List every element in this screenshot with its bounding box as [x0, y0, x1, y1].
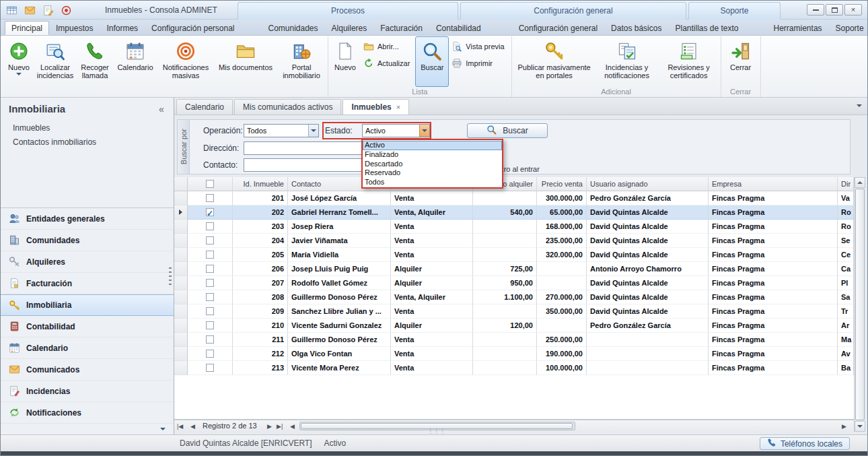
ribbon-tab-configuracion-general[interactable]: Configuración general [512, 21, 604, 35]
column-header-venta[interactable]: Precio venta [537, 177, 587, 191]
row-checkbox[interactable] [206, 335, 214, 344]
row-checkbox-cell[interactable] [188, 191, 233, 205]
row-checkbox[interactable] [206, 350, 214, 358]
first-record-button[interactable]: |◀ [177, 422, 183, 430]
collapse-sidebar-button[interactable]: « [155, 104, 168, 115]
table-row[interactable]: 204Javier ViñamataVenta235.000,00David Q… [174, 234, 854, 248]
column-header-usuario[interactable]: Usuario asignado [587, 177, 709, 191]
tab-inmuebles[interactable]: Inmuebles× [342, 99, 409, 115]
row-checkbox[interactable] [206, 222, 214, 230]
table-row[interactable]: 202Gabriel Herranz Tomell...Venta, Alqui… [174, 205, 854, 220]
scroll-left-button[interactable]: ◀ [290, 422, 295, 430]
row-checkbox-cell[interactable] [188, 248, 233, 262]
search-button[interactable]: Buscar [467, 123, 548, 138]
row-checkbox-cell[interactable] [188, 361, 233, 375]
scroll-up-button[interactable] [855, 177, 865, 188]
calendario-button[interactable]: Calendario [114, 36, 157, 87]
sidebar-item-incidencias[interactable]: Incidencias [1, 381, 174, 402]
column-header-id[interactable]: Id. Inmueble [233, 177, 288, 191]
close-button[interactable]: × [844, 4, 862, 15]
select-all-checkbox[interactable] [206, 180, 214, 188]
row-checkbox-cell[interactable] [188, 347, 233, 361]
ribbon-tab-contabilidad[interactable]: Contabilidad [429, 21, 488, 35]
datasheet-button[interactable] [5, 3, 18, 17]
incidencias-y-notificaciones-button[interactable]: Incidencias y notificaciones [595, 36, 659, 87]
table-row[interactable]: 203Josep RieraVenta168.000,00David Quint… [174, 220, 854, 234]
sidebar-item-calendario[interactable]: Calendario [1, 337, 174, 359]
sidebar-item-comunicados[interactable]: Comunicados [1, 359, 174, 381]
next-record-button[interactable]: ▶ [267, 422, 272, 430]
row-checkbox-cell[interactable] [188, 262, 233, 276]
table-row[interactable]: 209Sanchez Llibre Julian y ...Venta350.0… [174, 304, 854, 319]
mail-button[interactable] [23, 3, 36, 17]
ribbon-tab-informes[interactable]: Informes [100, 21, 145, 35]
local-phones-button[interactable]: Teléfonos locales [760, 437, 850, 450]
abrir-button[interactable]: Abrir... [361, 40, 415, 53]
sidebar-link-contactos-inmobiliarios[interactable]: Contactos inmobiliarios [13, 135, 174, 150]
dropdown-option-activo[interactable]: Activo [363, 141, 502, 150]
actualizar-button[interactable]: Actualizar [361, 57, 415, 69]
maximize-button[interactable] [826, 4, 843, 15]
sidebar-item-notificaciones[interactable]: Notificaciones [1, 402, 174, 424]
portal-inmobiliario-button[interactable]: Portal inmobiliario [277, 36, 326, 87]
record-button[interactable] [59, 3, 73, 17]
sidebar-item-contabilidad[interactable]: Contabilidad [1, 316, 174, 337]
row-checkbox[interactable] [206, 265, 214, 273]
table-row[interactable]: 210Vicente Sadurni GonzalezAlquiler120,0… [174, 319, 854, 333]
row-checkbox-cell[interactable] [188, 319, 233, 333]
minimize-button[interactable] [807, 4, 824, 15]
nuevo-button[interactable]: Nuevo [3, 36, 34, 87]
horizontal-scrollbar[interactable]: ⋮⋮⋮ [299, 422, 575, 430]
column-header-empresa[interactable]: Empresa [709, 177, 838, 191]
sidebar-overflow-button[interactable] [160, 428, 166, 430]
recoger-llamada-button[interactable]: Recoger llamada [76, 36, 114, 87]
sidebar-item-alquileres[interactable]: Alquileres [1, 251, 174, 273]
publicar-masivamente-en-portales-button[interactable]: Publicar masivamente en portales [513, 36, 595, 87]
table-row[interactable]: 201José López GarcíaVenta300.000,00Pedro… [174, 191, 854, 205]
sidebar-link-inmuebles[interactable]: Inmuebles [13, 121, 174, 135]
row-checkbox-cell[interactable] [188, 220, 233, 234]
row-checkbox-cell[interactable] [188, 304, 233, 319]
ribbon-tab-facturacion[interactable]: Facturación [373, 21, 429, 35]
row-checkbox-cell[interactable] [188, 290, 233, 304]
prev-record-button[interactable]: ◀ [190, 422, 195, 430]
ribbon-tab-impuestos[interactable]: Impuestos [49, 21, 100, 35]
row-checkbox[interactable] [206, 293, 214, 301]
column-header-dir[interactable]: Dir [838, 177, 854, 191]
ribbon-tab-principal[interactable]: Principal [5, 21, 49, 35]
tab-calendario[interactable]: Calendario [176, 99, 233, 115]
buscar-button[interactable]: Buscar [415, 36, 449, 87]
tab-mis-comunicados-activos[interactable]: Mis comunicados activos [234, 99, 341, 115]
sidebar-item-facturacion[interactable]: Facturación [1, 273, 174, 294]
ribbon-tab-configuracion-personal[interactable]: Configuración personal [145, 21, 241, 35]
ribbon-tab-comunidades[interactable]: Comunidades [262, 21, 325, 35]
row-checkbox[interactable] [206, 321, 214, 329]
row-checkbox[interactable] [206, 251, 214, 259]
localizar-incidencias-button[interactable]: Localizar incidencias [34, 36, 76, 87]
tab-list-dropdown-button[interactable] [857, 104, 862, 107]
close-tab-icon[interactable]: × [396, 103, 400, 111]
dropdown-option-todos[interactable]: Todos [363, 178, 502, 187]
row-checkbox-cell[interactable] [188, 276, 233, 290]
table-row[interactable]: 211Guillermo Donoso PérezVenta250.000,00… [174, 333, 854, 347]
sidebar-item-comunidades[interactable]: Comunidades [1, 230, 174, 251]
cerrar-button[interactable]: Cerrar [723, 36, 759, 87]
ribbon-tab-alquileres[interactable]: Alquileres [325, 21, 374, 35]
table-row[interactable]: 205María VidiellaVenta320.000,00David Qu… [174, 248, 854, 262]
ribbon-tab-herramientas[interactable]: Herramientas [767, 21, 829, 35]
ribbon-tab-plantillas-de-texto[interactable]: Plantillas de texto [668, 21, 745, 35]
table-row[interactable]: 206Josep Lluis Puig PuigAlquiler725,00An… [174, 262, 854, 276]
notificaciones-masivas-button[interactable]: Notificaciones masivas [157, 36, 215, 87]
revisiones-y-certificados-button[interactable]: Revisiones y certificados [659, 36, 719, 87]
row-checkbox[interactable] [206, 236, 214, 245]
imprimir-button[interactable]: Imprimir [449, 57, 509, 69]
vista-previa-button[interactable]: Vista previa [449, 40, 509, 53]
table-row[interactable]: 208Guillermo Donoso PérezVenta, Alquiler… [174, 290, 854, 304]
column-header-check[interactable] [188, 177, 233, 191]
state-select[interactable]: Activo [362, 124, 430, 137]
sidebar-item-inmobiliaria[interactable]: Inmobiliaria [1, 294, 174, 316]
last-record-button[interactable]: ▶| [277, 422, 283, 430]
table-row[interactable]: 212Olga Vico FontanVenta190.000,00Fincas… [174, 347, 854, 361]
operation-select[interactable]: Todos [244, 124, 319, 137]
sidebar-splitter[interactable] [169, 267, 172, 285]
